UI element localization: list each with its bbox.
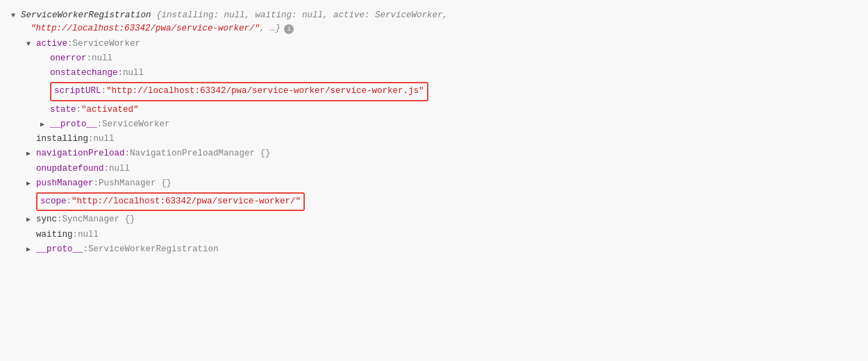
- sync-toggle[interactable]: [26, 214, 36, 226]
- pushmanager-brace: {}: [156, 176, 172, 191]
- navpreload-colon: :: [125, 146, 131, 161]
- waiting-line: waiting : null: [11, 228, 857, 242]
- active-key: active: [36, 37, 67, 51]
- installing-key: installing: [36, 132, 88, 146]
- pushmanager-line: pushManager : PushManager {}: [11, 176, 857, 191]
- scope-key: scope: [40, 194, 67, 209]
- scripturl-line: scriptURL : "http://localhost:63342/pwa/…: [11, 82, 857, 101]
- navpreload-toggle[interactable]: [26, 148, 36, 160]
- proto-swr-key: __proto__: [36, 242, 83, 257]
- sync-key: sync: [36, 212, 57, 227]
- proto-sw-type: ServiceWorker: [102, 117, 170, 132]
- navpreload-brace: {}: [255, 146, 271, 161]
- navpreload-type: NavigationPreloadManager: [130, 146, 255, 161]
- root-toggle[interactable]: [11, 10, 21, 22]
- onstatechange-value: null: [123, 66, 144, 81]
- onerror-line: onerror : null: [11, 51, 857, 66]
- root-italic-part: {installing: null, waiting: null, active…: [151, 8, 449, 23]
- onerror-key: onerror: [50, 51, 87, 66]
- active-toggle[interactable]: [26, 38, 36, 50]
- root-rest: , …}: [260, 22, 281, 36]
- scripturl-highlight-box: scriptURL : "http://localhost:63342/pwa/…: [50, 82, 428, 101]
- scripturl-value: "http://localhost:63342/pwa/service-work…: [106, 84, 424, 99]
- onstatechange-key: onstatechange: [50, 66, 118, 81]
- onupdatefound-key: onupdatefound: [36, 162, 104, 176]
- scope-value: "http://localhost:63342/pwa/service-work…: [72, 194, 301, 209]
- proto-swr-colon: :: [83, 242, 89, 257]
- pushmanager-key: pushManager: [36, 176, 94, 191]
- sync-type: SyncManager: [62, 212, 120, 227]
- onupdatefound-colon: :: [104, 162, 110, 176]
- installing-colon: :: [88, 132, 94, 146]
- state-value: "activated": [81, 103, 139, 117]
- state-line: state : "activated": [11, 103, 857, 117]
- scripturl-colon: :: [101, 84, 107, 99]
- sync-line: sync : SyncManager {}: [11, 212, 857, 227]
- onerror-value: null: [92, 51, 112, 66]
- onstatechange-colon: :: [118, 66, 124, 81]
- sync-brace: {}: [119, 212, 135, 227]
- navpreload-line: navigationPreload : NavigationPreloadMan…: [11, 146, 857, 161]
- scope-line: scope : "http://localhost:63342/pwa/serv…: [11, 192, 857, 211]
- scripturl-key: scriptURL: [54, 84, 101, 99]
- onupdatefound-line: onupdatefound : null: [11, 162, 857, 176]
- root-class-name: ServiceWorkerRegistration: [21, 8, 151, 23]
- onstatechange-line: onstatechange : null: [11, 66, 857, 81]
- installing-line: installing : null: [11, 132, 857, 146]
- proto-sw-toggle[interactable]: [40, 119, 50, 131]
- waiting-colon: :: [73, 228, 78, 242]
- proto-swr-type: ServiceWorkerRegistration: [88, 242, 219, 257]
- pushmanager-toggle[interactable]: [26, 178, 36, 190]
- state-key: state: [50, 103, 76, 117]
- installing-value: null: [94, 132, 115, 146]
- devtools-tree: ServiceWorkerRegistration {installing: n…: [11, 8, 857, 257]
- root-url-line: "http://localhost:63342/pwa/service-work…: [11, 22, 857, 36]
- proto-sw-line: __proto__ : ServiceWorker: [11, 117, 857, 132]
- scope-colon: :: [67, 194, 72, 209]
- proto-sw-colon: :: [97, 117, 103, 132]
- proto-sw-key: __proto__: [50, 117, 97, 132]
- navpreload-key: navigationPreload: [36, 146, 125, 161]
- root-url: "http://localhost:63342/pwa/service-work…: [31, 22, 260, 36]
- onupdatefound-value: null: [109, 162, 130, 176]
- root-line: ServiceWorkerRegistration {installing: n…: [11, 8, 857, 23]
- active-type: ServiceWorker: [73, 37, 141, 51]
- proto-swr-toggle[interactable]: [26, 244, 36, 255]
- waiting-key: waiting: [36, 228, 73, 242]
- active-node-line: active : ServiceWorker: [11, 37, 857, 51]
- info-icon[interactable]: i: [284, 24, 294, 34]
- onerror-colon: :: [87, 51, 92, 66]
- pushmanager-type: PushManager: [99, 176, 156, 191]
- scope-highlight-box: scope : "http://localhost:63342/pwa/serv…: [36, 192, 305, 211]
- active-colon: :: [67, 37, 73, 51]
- proto-swr-line: __proto__ : ServiceWorkerRegistration: [11, 242, 857, 257]
- sync-colon: :: [57, 212, 62, 227]
- waiting-value: null: [78, 228, 99, 242]
- state-colon: :: [76, 103, 82, 117]
- pushmanager-colon: :: [94, 176, 99, 191]
